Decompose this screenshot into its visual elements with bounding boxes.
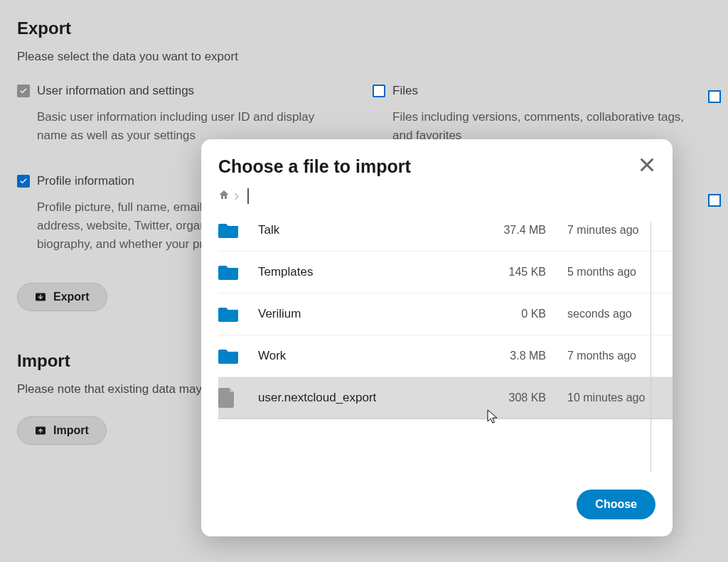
export-button-label: Export (53, 291, 90, 303)
checkbox-empty-icon[interactable] (373, 85, 385, 97)
list-divider (651, 222, 651, 472)
export-option-files[interactable]: Files Files including versions, comments… (373, 84, 700, 146)
export-desc: Please select the data you want to expor… (17, 50, 711, 64)
file-name: Templates (258, 265, 482, 279)
file-size: 145 KB (482, 266, 546, 279)
checkbox-disabled-icon[interactable] (17, 85, 30, 97)
file-name: Verilium (258, 307, 482, 321)
close-icon[interactable] (638, 156, 655, 173)
checkbox-checked-icon[interactable] (17, 175, 30, 188)
file-time: 7 minutes ago (546, 224, 653, 237)
file-name: Work (258, 349, 482, 363)
file-picker-modal: Choose a file to import › Talk37.4 MB7 m… (201, 139, 673, 536)
folder-icon (218, 347, 244, 364)
choose-button[interactable]: Choose (577, 490, 655, 519)
import-button-label: Import (53, 424, 89, 437)
file-name: Talk (258, 223, 482, 237)
folder-row[interactable]: Talk37.4 MB7 minutes ago (218, 210, 673, 252)
file-name: user.nextcloud_export (258, 391, 482, 405)
export-option-label: Profile information (37, 174, 134, 188)
export-button[interactable]: Export (17, 283, 107, 311)
folder-row[interactable]: Verilium0 KBseconds ago (218, 293, 673, 335)
folder-row[interactable]: Work3.8 MB7 months ago (218, 335, 673, 377)
breadcrumb[interactable]: › (201, 184, 673, 210)
checkbox-offscreen-icon[interactable] (708, 90, 721, 103)
file-size: 3.8 MB (482, 350, 546, 362)
file-time: 7 months ago (546, 350, 653, 362)
file-row[interactable]: user.nextcloud_export308 KB10 minutes ag… (218, 377, 673, 419)
modal-title: Choose a file to import (218, 156, 411, 177)
file-size: 37.4 MB (482, 224, 546, 237)
export-option-label: Files (392, 84, 418, 98)
file-time: 5 months ago (546, 266, 653, 279)
chevron-right-icon: › (234, 188, 239, 204)
export-title: Export (17, 18, 711, 38)
file-time: seconds ago (546, 308, 653, 320)
export-option-user-info[interactable]: User information and settings Basic user… (17, 84, 344, 146)
file-time: 10 minutes ago (546, 391, 653, 404)
import-button[interactable]: Import (17, 416, 107, 445)
folder-row[interactable]: Templates145 KB5 months ago (218, 252, 673, 293)
folder-icon (218, 222, 244, 239)
breadcrumb-cursor (247, 188, 249, 204)
folder-icon (218, 264, 244, 281)
home-icon[interactable] (218, 189, 230, 203)
upload-icon (35, 425, 46, 436)
folder-icon (218, 306, 244, 323)
checkbox-offscreen-icon[interactable] (708, 194, 721, 207)
file-icon (218, 388, 244, 408)
file-size: 308 KB (482, 391, 546, 404)
download-icon (35, 291, 46, 303)
file-size: 0 KB (482, 308, 546, 320)
export-option-label: User information and settings (37, 84, 194, 98)
